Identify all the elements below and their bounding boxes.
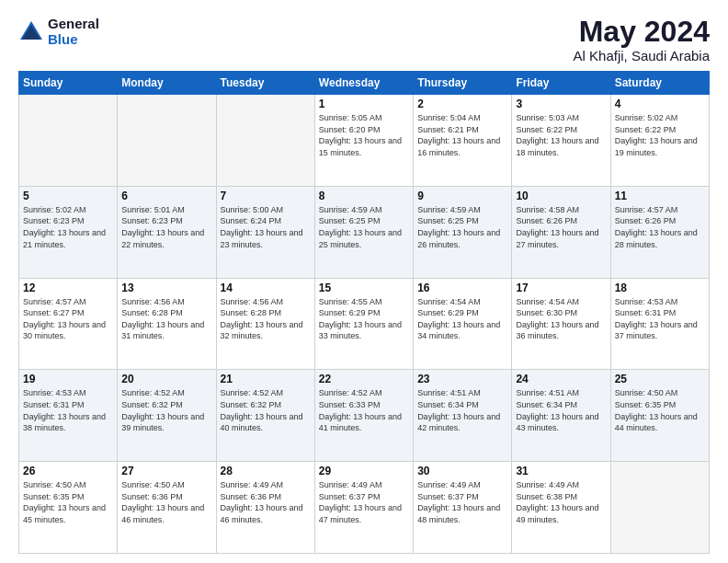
calendar-day-cell: 13Sunrise: 4:56 AM Sunset: 6:28 PM Dayli… — [118, 278, 216, 370]
cell-date-number: 19 — [23, 373, 113, 385]
calendar-day-cell: 14Sunrise: 4:56 AM Sunset: 6:28 PM Dayli… — [216, 278, 314, 370]
cell-date-number: 12 — [23, 282, 113, 294]
cell-info-text: Sunrise: 4:53 AM Sunset: 6:31 PM Dayligh… — [23, 387, 113, 433]
cell-date-number: 26 — [23, 465, 113, 477]
cell-info-text: Sunrise: 4:54 AM Sunset: 6:30 PM Dayligh… — [516, 296, 606, 342]
calendar-header-row: SundayMondayTuesdayWednesdayThursdayFrid… — [19, 72, 710, 95]
cell-date-number: 31 — [516, 465, 606, 477]
calendar-day-cell: 27Sunrise: 4:50 AM Sunset: 6:36 PM Dayli… — [118, 462, 216, 554]
cell-info-text: Sunrise: 4:58 AM Sunset: 6:26 PM Dayligh… — [516, 204, 606, 250]
calendar-day-cell: 2Sunrise: 5:04 AM Sunset: 6:21 PM Daylig… — [414, 95, 512, 187]
calendar-table: SundayMondayTuesdayWednesdayThursdayFrid… — [18, 71, 710, 554]
cell-date-number: 14 — [221, 282, 311, 294]
calendar-week-row: 1Sunrise: 5:05 AM Sunset: 6:20 PM Daylig… — [19, 95, 710, 187]
calendar-day-cell: 8Sunrise: 4:59 AM Sunset: 6:25 PM Daylig… — [314, 186, 413, 278]
calendar-day-cell: 3Sunrise: 5:03 AM Sunset: 6:22 PM Daylig… — [512, 95, 610, 187]
calendar-day-cell: 26Sunrise: 4:50 AM Sunset: 6:35 PM Dayli… — [19, 462, 118, 554]
cell-info-text: Sunrise: 4:52 AM Sunset: 6:32 PM Dayligh… — [121, 387, 211, 433]
cell-info-text: Sunrise: 5:02 AM Sunset: 6:22 PM Dayligh… — [615, 112, 705, 158]
cell-date-number: 23 — [417, 373, 507, 385]
cell-date-number: 11 — [615, 190, 705, 202]
cell-date-number: 22 — [319, 373, 409, 385]
title-location: Al Khafji, Saudi Arabia — [574, 48, 710, 63]
calendar-week-row: 26Sunrise: 4:50 AM Sunset: 6:35 PM Dayli… — [19, 462, 710, 554]
header: General Blue May 2024 Al Khafji, Saudi A… — [18, 17, 710, 63]
calendar-day-cell: 31Sunrise: 4:49 AM Sunset: 6:38 PM Dayli… — [512, 462, 610, 554]
calendar-day-header: Monday — [118, 72, 216, 95]
calendar-day-cell: 30Sunrise: 4:49 AM Sunset: 6:37 PM Dayli… — [414, 462, 512, 554]
cell-info-text: Sunrise: 4:59 AM Sunset: 6:25 PM Dayligh… — [417, 204, 507, 250]
cell-date-number: 17 — [516, 282, 606, 294]
calendar-day-cell: 24Sunrise: 4:51 AM Sunset: 6:34 PM Dayli… — [512, 370, 610, 462]
calendar-day-cell: 9Sunrise: 4:59 AM Sunset: 6:25 PM Daylig… — [414, 186, 512, 278]
logo-icon — [18, 19, 44, 45]
cell-date-number: 1 — [319, 98, 409, 110]
cell-date-number: 4 — [615, 98, 705, 110]
cell-date-number: 13 — [121, 282, 211, 294]
cell-date-number: 25 — [615, 373, 705, 385]
cell-date-number: 8 — [319, 190, 409, 202]
cell-date-number: 30 — [417, 465, 507, 477]
calendar-day-header: Wednesday — [314, 72, 413, 95]
calendar-day-cell: 29Sunrise: 4:49 AM Sunset: 6:37 PM Dayli… — [314, 462, 413, 554]
calendar-day-cell: 17Sunrise: 4:54 AM Sunset: 6:30 PM Dayli… — [512, 278, 610, 370]
calendar-day-cell — [19, 95, 118, 187]
cell-date-number: 20 — [121, 373, 211, 385]
logo-blue: Blue — [48, 32, 99, 48]
cell-info-text: Sunrise: 4:50 AM Sunset: 6:35 PM Dayligh… — [23, 479, 113, 525]
calendar-week-row: 19Sunrise: 4:53 AM Sunset: 6:31 PM Dayli… — [19, 370, 710, 462]
cell-date-number: 18 — [615, 282, 705, 294]
cell-info-text: Sunrise: 4:56 AM Sunset: 6:28 PM Dayligh… — [221, 296, 311, 342]
logo-general: General — [48, 17, 99, 32]
calendar-day-cell: 4Sunrise: 5:02 AM Sunset: 6:22 PM Daylig… — [610, 95, 709, 187]
cell-info-text: Sunrise: 4:49 AM Sunset: 6:37 PM Dayligh… — [417, 479, 507, 525]
cell-date-number: 6 — [121, 190, 211, 202]
cell-info-text: Sunrise: 4:57 AM Sunset: 6:26 PM Dayligh… — [615, 204, 705, 250]
title-block: May 2024 Al Khafji, Saudi Arabia — [574, 17, 710, 63]
cell-info-text: Sunrise: 4:49 AM Sunset: 6:37 PM Dayligh… — [319, 479, 409, 525]
cell-info-text: Sunrise: 4:52 AM Sunset: 6:32 PM Dayligh… — [221, 387, 311, 433]
page: General Blue May 2024 Al Khafji, Saudi A… — [0, 0, 728, 563]
cell-info-text: Sunrise: 4:51 AM Sunset: 6:34 PM Dayligh… — [516, 387, 606, 433]
cell-date-number: 28 — [221, 465, 311, 477]
cell-date-number: 15 — [319, 282, 409, 294]
cell-info-text: Sunrise: 4:49 AM Sunset: 6:38 PM Dayligh… — [516, 479, 606, 525]
cell-date-number: 21 — [221, 373, 311, 385]
calendar-day-cell: 22Sunrise: 4:52 AM Sunset: 6:33 PM Dayli… — [314, 370, 413, 462]
cell-info-text: Sunrise: 4:55 AM Sunset: 6:29 PM Dayligh… — [319, 296, 409, 342]
title-month: May 2024 — [574, 17, 710, 46]
cell-date-number: 24 — [516, 373, 606, 385]
cell-info-text: Sunrise: 4:59 AM Sunset: 6:25 PM Dayligh… — [319, 204, 409, 250]
cell-date-number: 2 — [417, 98, 507, 110]
calendar-day-cell: 20Sunrise: 4:52 AM Sunset: 6:32 PM Dayli… — [118, 370, 216, 462]
cell-date-number: 9 — [417, 190, 507, 202]
cell-info-text: Sunrise: 4:57 AM Sunset: 6:27 PM Dayligh… — [23, 296, 113, 342]
calendar-day-cell: 28Sunrise: 4:49 AM Sunset: 6:36 PM Dayli… — [216, 462, 314, 554]
cell-date-number: 10 — [516, 190, 606, 202]
calendar-day-cell — [610, 462, 709, 554]
cell-info-text: Sunrise: 5:05 AM Sunset: 6:20 PM Dayligh… — [319, 112, 409, 158]
calendar-day-cell: 21Sunrise: 4:52 AM Sunset: 6:32 PM Dayli… — [216, 370, 314, 462]
calendar-day-cell: 25Sunrise: 4:50 AM Sunset: 6:35 PM Dayli… — [610, 370, 709, 462]
cell-info-text: Sunrise: 4:49 AM Sunset: 6:36 PM Dayligh… — [221, 479, 311, 525]
cell-info-text: Sunrise: 5:00 AM Sunset: 6:24 PM Dayligh… — [221, 204, 311, 250]
cell-date-number: 5 — [23, 190, 113, 202]
calendar-day-cell: 10Sunrise: 4:58 AM Sunset: 6:26 PM Dayli… — [512, 186, 610, 278]
calendar-day-cell: 11Sunrise: 4:57 AM Sunset: 6:26 PM Dayli… — [610, 186, 709, 278]
cell-info-text: Sunrise: 4:54 AM Sunset: 6:29 PM Dayligh… — [417, 296, 507, 342]
calendar-day-cell: 6Sunrise: 5:01 AM Sunset: 6:23 PM Daylig… — [118, 186, 216, 278]
calendar-day-cell: 15Sunrise: 4:55 AM Sunset: 6:29 PM Dayli… — [314, 278, 413, 370]
calendar-day-header: Sunday — [19, 72, 118, 95]
calendar-day-cell: 16Sunrise: 4:54 AM Sunset: 6:29 PM Dayli… — [414, 278, 512, 370]
cell-info-text: Sunrise: 4:56 AM Sunset: 6:28 PM Dayligh… — [121, 296, 211, 342]
cell-info-text: Sunrise: 4:53 AM Sunset: 6:31 PM Dayligh… — [615, 296, 705, 342]
cell-info-text: Sunrise: 4:52 AM Sunset: 6:33 PM Dayligh… — [319, 387, 409, 433]
calendar-day-cell — [118, 95, 216, 187]
calendar-day-header: Tuesday — [216, 72, 314, 95]
cell-date-number: 3 — [516, 98, 606, 110]
cell-date-number: 27 — [121, 465, 211, 477]
calendar-day-cell: 18Sunrise: 4:53 AM Sunset: 6:31 PM Dayli… — [610, 278, 709, 370]
cell-info-text: Sunrise: 5:02 AM Sunset: 6:23 PM Dayligh… — [23, 204, 113, 250]
cell-date-number: 7 — [221, 190, 311, 202]
cell-info-text: Sunrise: 4:50 AM Sunset: 6:36 PM Dayligh… — [121, 479, 211, 525]
